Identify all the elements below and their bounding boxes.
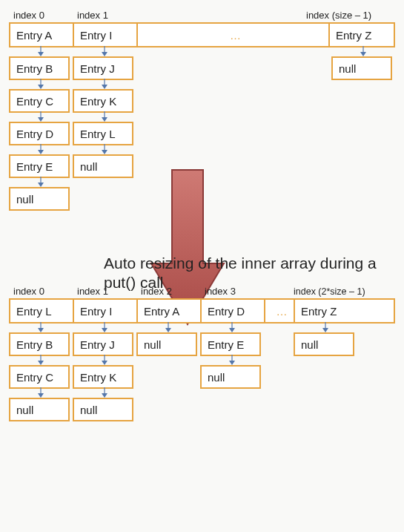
array-cell: Entry Z xyxy=(295,300,359,322)
chain-cell-wrap: Entry C xyxy=(9,365,73,389)
chain-entry: Entry E xyxy=(200,332,261,356)
chain-entry: null xyxy=(73,154,133,178)
link-arrow-icon xyxy=(36,144,46,154)
bottom-array-row: Entry L Entry I Entry A Entry D … Entry … xyxy=(9,298,395,324)
chain-entry: Entry B xyxy=(9,332,70,356)
hashmap-after-resize: index 0 index 1 index 2 index 3 index (2… xyxy=(9,285,395,421)
chain-cell-wrap: Entry B xyxy=(9,332,73,356)
link-arrow-icon xyxy=(36,387,46,398)
chain-cell-wrap: null xyxy=(73,154,136,178)
array-ellipsis: … xyxy=(265,300,295,322)
chain-cell-wrap: null xyxy=(9,187,73,211)
array-cell: Entry D xyxy=(202,300,265,322)
link-arrow-icon xyxy=(99,46,110,56)
chain-cell-wrap: Entry K xyxy=(73,89,136,113)
chain-row: Entry BEntry JnullEntry Enull xyxy=(9,332,395,356)
chain-cell-wrap: Entry K xyxy=(73,365,136,389)
chain-entry: null xyxy=(136,332,197,356)
chain-row: Entry BEntry Jnull xyxy=(9,56,395,80)
chain-cell-wrap: Entry E xyxy=(200,332,264,356)
chain-cell-wrap: null xyxy=(9,398,73,421)
array-cell: Entry Z xyxy=(330,24,394,46)
chain-cell-wrap: null xyxy=(294,332,357,356)
chain-cell-wrap: null xyxy=(73,398,136,421)
array-cell: Entry A xyxy=(10,24,74,46)
chain-cell-wrap: null xyxy=(136,332,200,356)
link-arrow-icon xyxy=(99,322,110,332)
chain-entry: null xyxy=(331,56,392,80)
link-arrow-icon xyxy=(36,177,46,187)
chain-cell-wrap: Entry J xyxy=(73,332,136,356)
chain-cell-wrap: Entry J xyxy=(73,56,136,80)
array-cell: Entry L xyxy=(10,300,74,322)
chain-entry: Entry D xyxy=(9,122,70,145)
chain-entry: Entry E xyxy=(9,154,70,178)
index-label: index 3 xyxy=(200,285,264,298)
chain-cell-wrap: Entry L xyxy=(73,122,136,145)
link-arrow-icon xyxy=(36,322,46,332)
chain-row: nullnull xyxy=(9,398,395,421)
link-arrow-icon xyxy=(227,355,237,365)
chain-entry: Entry C xyxy=(9,365,70,389)
index-label-gap xyxy=(136,9,306,22)
chain-cell-wrap: Entry D xyxy=(9,122,73,145)
chain-entry: null xyxy=(294,332,354,356)
chain-entry: null xyxy=(9,187,70,211)
chain-entry: Entry C xyxy=(9,89,70,113)
bottom-index-row: index 0 index 1 index 2 index 3 index (2… xyxy=(9,285,395,298)
index-label: index (size – 1) xyxy=(306,9,395,22)
chain-entry: Entry K xyxy=(73,89,133,113)
array-cell: Entry I xyxy=(74,300,138,322)
link-arrow-icon xyxy=(99,111,110,122)
link-arrow-icon xyxy=(99,355,110,365)
index-label-gap xyxy=(264,285,294,298)
link-arrow-icon xyxy=(99,387,110,398)
chain-cell-wrap: Entry E xyxy=(9,154,73,178)
link-arrow-icon xyxy=(36,355,46,365)
index-label: index 0 xyxy=(9,285,73,298)
link-arrow-icon xyxy=(99,144,110,154)
top-array-row: Entry A Entry I … Entry Z xyxy=(9,22,395,47)
index-label: index 2 xyxy=(136,285,200,298)
chain-row: Entry DEntry L xyxy=(9,122,395,145)
chain-entry: Entry K xyxy=(73,365,133,389)
chain-entry: Entry L xyxy=(73,122,133,145)
chain-cell-wrap: Entry B xyxy=(9,56,73,80)
chain-entry: Entry J xyxy=(73,332,133,356)
link-arrow-icon xyxy=(36,79,46,89)
top-index-row: index 0 index 1 index (size – 1) xyxy=(9,9,395,22)
link-arrow-icon xyxy=(99,79,110,89)
link-arrow-icon xyxy=(163,322,173,332)
chain-row: Entry CEntry K xyxy=(9,89,395,113)
chain-row: Entry CEntry Knull xyxy=(9,365,395,389)
chain-entry: null xyxy=(200,365,261,389)
index-label: index 1 xyxy=(73,9,136,22)
chain-entry: Entry B xyxy=(9,56,70,80)
link-arrow-icon xyxy=(358,46,368,56)
link-arrow-icon xyxy=(36,111,46,122)
link-arrow-icon xyxy=(36,46,46,56)
chain-cell-wrap: null xyxy=(331,56,395,80)
array-cell: Entry I xyxy=(74,24,138,46)
array-cell: Entry A xyxy=(138,300,202,322)
index-label: index 0 xyxy=(9,9,73,22)
chain-entry: null xyxy=(73,398,133,421)
link-arrow-icon xyxy=(227,322,237,332)
index-label: index (2*size – 1) xyxy=(294,285,391,298)
index-label: index 1 xyxy=(73,285,136,298)
chain-entry: Entry J xyxy=(73,56,133,80)
chain-cell-wrap: null xyxy=(200,365,264,389)
link-arrow-icon xyxy=(320,322,331,332)
chain-cell-wrap: Entry C xyxy=(9,89,73,113)
chain-entry: null xyxy=(9,398,70,421)
array-ellipsis: … xyxy=(138,24,330,46)
